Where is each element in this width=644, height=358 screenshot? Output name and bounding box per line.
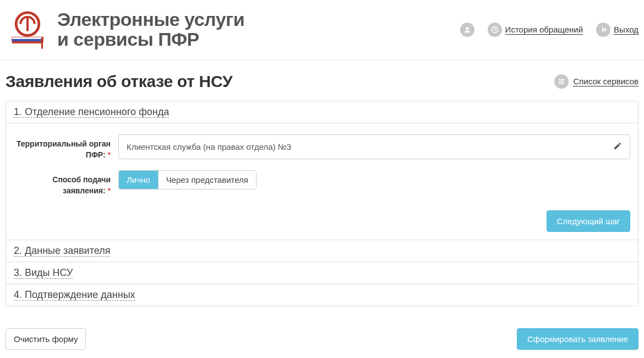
step-2-header[interactable]: 2. Данные заявителя — [6, 240, 638, 262]
next-step-button[interactable]: Следующий шаг — [547, 210, 630, 232]
territorial-label: Территориальный орган ПФР: * — [14, 134, 118, 160]
svg-rect-9 — [559, 83, 565, 84]
brand: Электронные услуги и сервисы ПФР — [6, 10, 244, 50]
svg-rect-3 — [12, 41, 43, 44]
method-representative-button[interactable]: Через представителя — [158, 171, 256, 189]
svg-rect-1 — [12, 37, 43, 39]
history-icon — [488, 23, 502, 37]
step-4-header[interactable]: 4. Подтверждение данных — [6, 284, 638, 306]
submit-form-button[interactable]: Сформировать заявление — [517, 328, 638, 350]
logout-link[interactable]: Выход — [596, 23, 638, 37]
history-link[interactable]: История обращений — [488, 23, 583, 37]
territorial-org-value: Клиентская служба (на правах отдела) №3 — [127, 142, 291, 151]
logout-icon — [596, 23, 610, 37]
step-1-header[interactable]: 1. Отделение пенсионного фонда — [6, 101, 638, 123]
step-1-body: Территориальный орган ПФР: * Клиентская … — [6, 123, 638, 240]
page-title: Заявления об отказе от НСУ — [6, 72, 232, 91]
header-actions: История обращений Выход — [460, 23, 638, 37]
services-list-label: Список сервисов — [573, 77, 638, 86]
svg-rect-2 — [12, 39, 43, 41]
submission-method-label: Способ подачи заявления: * — [14, 170, 118, 196]
pfr-logo-icon — [6, 10, 50, 50]
brand-title: Электронные услуги и сервисы ПФР — [57, 10, 244, 49]
clear-form-button[interactable]: Очистить форму — [6, 328, 86, 350]
svg-rect-8 — [559, 81, 565, 82]
submission-method-row: Способ подачи заявления: * Лично Через п… — [14, 170, 630, 196]
territorial-row: Территориальный орган ПФР: * Клиентская … — [14, 134, 630, 160]
submission-method-toggle: Лично Через представителя — [118, 170, 256, 189]
history-label: История обращений — [505, 25, 583, 35]
services-list-link[interactable]: Список сервисов — [554, 74, 638, 89]
step-1-actions: Следующий шаг — [14, 206, 630, 232]
page-head: Заявления об отказе от НСУ Список сервис… — [0, 60, 644, 96]
wizard-card: 1. Отделение пенсионного фонда Территори… — [6, 101, 638, 306]
method-personal-button[interactable]: Лично — [119, 171, 158, 189]
step-3-header[interactable]: 3. Виды НСУ — [6, 262, 638, 284]
list-icon — [554, 74, 569, 89]
logout-label: Выход — [614, 25, 638, 35]
footer-actions: Очистить форму Сформировать заявление — [0, 315, 644, 355]
territorial-org-input[interactable]: Клиентская служба (на правах отдела) №3 — [118, 134, 630, 159]
user-icon[interactable] — [460, 23, 474, 37]
svg-rect-7 — [559, 79, 565, 80]
svg-rect-4 — [41, 37, 43, 49]
svg-point-5 — [466, 27, 468, 30]
app-header: Электронные услуги и сервисы ПФР История… — [0, 0, 644, 60]
pencil-icon — [613, 142, 622, 152]
